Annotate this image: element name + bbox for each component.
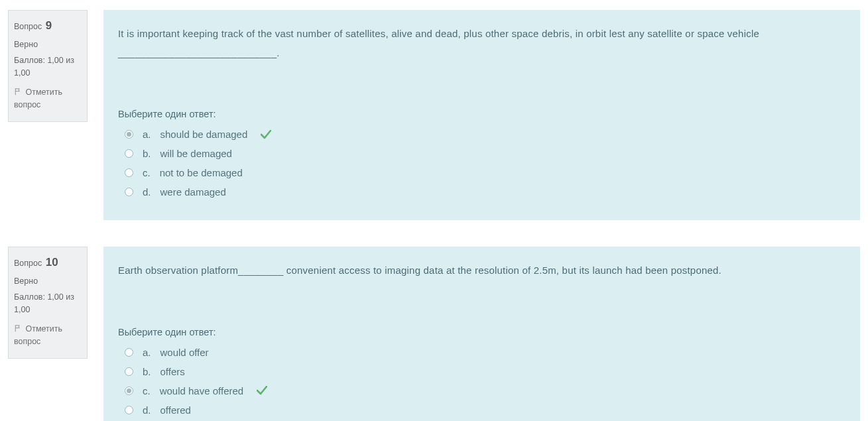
question-number: 9 <box>46 19 52 32</box>
option-text: were damaged <box>160 186 226 198</box>
question-block: Вопрос 10 Верно Баллов: 1,00 из 1,00 Отм… <box>8 247 860 421</box>
question-block: Вопрос 9 Верно Баллов: 1,00 из 1,00 Отме… <box>8 10 860 220</box>
check-icon <box>257 386 267 395</box>
option-text: will be demaged <box>160 148 232 159</box>
check-icon <box>261 130 271 139</box>
option-letter: a. <box>143 347 151 358</box>
answer-option[interactable]: d. offered <box>125 404 845 416</box>
option-letter: b. <box>143 366 151 377</box>
question-info-panel: Вопрос 10 Верно Баллов: 1,00 из 1,00 Отм… <box>8 247 88 359</box>
choose-one-prompt: Выберите один ответ: <box>118 327 845 337</box>
answer-option[interactable]: c. not to be demaged <box>125 167 845 178</box>
question-label: Вопрос <box>14 22 42 31</box>
radio-input[interactable] <box>125 149 133 158</box>
radio-input[interactable] <box>125 367 133 376</box>
choose-one-prompt: Выберите один ответ: <box>118 109 845 119</box>
question-label: Вопрос <box>14 259 42 268</box>
question-content: It is important keeping track of the vas… <box>103 10 860 220</box>
option-letter: c. <box>143 385 151 396</box>
answer-option[interactable]: b. offers <box>125 366 845 377</box>
option-letter: a. <box>143 129 151 140</box>
radio-input[interactable] <box>125 406 133 414</box>
question-info-panel: Вопрос 9 Верно Баллов: 1,00 из 1,00 Отме… <box>8 10 88 122</box>
answer-option[interactable]: c. would have offered <box>125 385 845 396</box>
flag-question-button[interactable]: Отметить вопрос <box>14 323 82 348</box>
radio-input[interactable] <box>125 387 133 395</box>
option-letter: b. <box>143 148 151 159</box>
option-text: offered <box>160 404 191 416</box>
option-text: offers <box>160 366 185 377</box>
flag-icon <box>14 324 22 331</box>
option-text: would offer <box>160 347 209 358</box>
question-content: Earth observation platform________ conve… <box>103 247 860 421</box>
question-score: Баллов: 1,00 из 1,00 <box>14 54 82 80</box>
answer-option[interactable]: d. were damaged <box>125 186 845 198</box>
flag-question-button[interactable]: Отметить вопрос <box>14 86 82 111</box>
question-state: Верно <box>14 275 82 288</box>
option-letter: d. <box>143 404 151 416</box>
radio-input[interactable] <box>125 168 133 177</box>
question-number-row: Вопрос 9 <box>14 17 82 34</box>
answer-option[interactable]: a. would offer <box>125 347 845 358</box>
radio-input[interactable] <box>125 348 133 357</box>
option-text: not to be demaged <box>160 167 243 178</box>
question-score: Баллов: 1,00 из 1,00 <box>14 291 82 316</box>
option-text: should be damaged <box>160 129 248 140</box>
option-letter: c. <box>143 167 151 178</box>
question-number-row: Вопрос 10 <box>14 254 82 271</box>
flag-icon <box>14 87 22 95</box>
question-number: 10 <box>46 256 58 269</box>
radio-input[interactable] <box>125 130 133 139</box>
answer-option[interactable]: a. should be damaged <box>125 129 845 140</box>
question-state: Верно <box>14 38 82 51</box>
radio-input[interactable] <box>125 188 133 196</box>
option-text: would have offered <box>160 385 243 396</box>
option-letter: d. <box>143 186 151 198</box>
answer-option[interactable]: b. will be demaged <box>125 148 845 159</box>
question-text: Earth observation platform________ conve… <box>118 261 845 280</box>
question-text: It is important keeping track of the vas… <box>118 25 845 62</box>
